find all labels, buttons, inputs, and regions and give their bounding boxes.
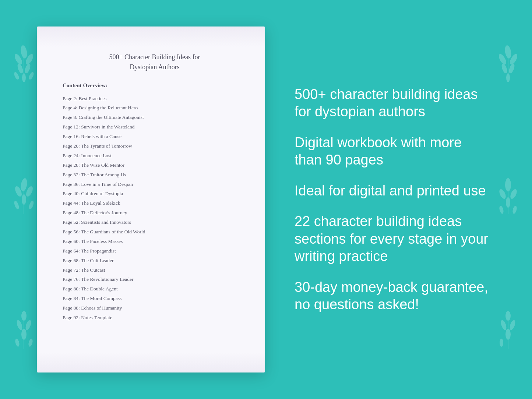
svg-point-18	[25, 319, 32, 331]
svg-point-35	[512, 205, 517, 214]
toc-list-item: Page 56: The Guardians of the Old World	[63, 227, 247, 237]
svg-point-8	[28, 71, 35, 80]
svg-point-20	[14, 338, 20, 347]
svg-point-13	[13, 200, 20, 210]
toc-list-item: Page 36: Love in a Time of Despair	[63, 180, 247, 189]
toc-list-item: Page 44: The Loyal Sidekick	[63, 199, 247, 208]
svg-point-39	[509, 319, 517, 331]
svg-point-26	[501, 63, 508, 74]
toc-list-item: Page 88: Echoes of Humanity	[63, 304, 247, 313]
svg-point-21	[28, 338, 33, 347]
svg-point-7	[13, 71, 20, 80]
svg-point-14	[28, 200, 35, 210]
info-point: 500+ character building ideas for dystop…	[295, 86, 492, 121]
toc-list-item: Page 72: The Outcast	[63, 265, 247, 275]
book-panel: 500+ Character Building Ideas for Dystop…	[37, 27, 265, 372]
svg-point-17	[16, 319, 24, 331]
toc-list-item: Page 12: Survivors in the Wasteland	[63, 123, 247, 132]
info-panel: 500+ character building ideas for dystop…	[265, 78, 510, 321]
toc-list-item: Page 76: The Revolutionary Leader	[63, 275, 247, 285]
toc-list-item: Page 24: Innocence Lost	[63, 151, 247, 160]
toc-heading: Content Overview:	[63, 82, 247, 89]
svg-point-31	[498, 188, 507, 200]
right-floral-decoration	[486, 0, 530, 399]
toc-list-item: Page 20: The Tyrants of Tomorrow	[63, 141, 247, 151]
svg-point-27	[508, 63, 516, 74]
toc-list-item: Page 40: Children of Dystopia	[63, 189, 247, 199]
toc-list-item: Page 32: The Traitor Among Us	[63, 170, 247, 180]
svg-point-34	[498, 205, 504, 214]
toc-list-item: Page 60: The Faceless Masses	[63, 237, 247, 246]
toc-list-item: Page 92: Notes Template	[63, 313, 247, 322]
toc-list-item: Page 48: The Defector's Journey	[63, 208, 247, 218]
toc-list-item: Page 80: The Double Agent	[63, 285, 247, 294]
book-title: 500+ Character Building Ideas for Dystop…	[63, 49, 247, 72]
table-of-contents: Page 2: Best PracticesPage 4: Designing …	[63, 94, 247, 322]
toc-list-item: Page 4: Designing the Reluctant Hero	[63, 103, 247, 113]
info-point: Ideal for digital and printed use	[295, 182, 492, 200]
toc-list-item: Page 8: Crafting the Ultimate Antagonist	[63, 113, 247, 123]
svg-point-41	[500, 339, 503, 347]
svg-point-3	[17, 63, 24, 74]
toc-list-item: Page 28: The Wise Old Mentor	[63, 160, 247, 170]
toc-list-item: Page 64: The Propagandist	[63, 246, 247, 256]
toc-list-item: Page 52: Scientists and Innovators	[63, 218, 247, 227]
info-point: Digital workbook with more than 90 pages	[295, 134, 492, 169]
toc-list-item: Page 84: The Moral Compass	[63, 294, 247, 304]
svg-point-4	[24, 63, 32, 74]
info-point: 30-day money-back guarantee, no question…	[295, 279, 492, 314]
info-point: 22 character building ideas sections for…	[295, 213, 492, 265]
toc-list-item: Page 2: Best Practices	[63, 94, 247, 103]
svg-point-32	[509, 188, 518, 200]
toc-list-item: Page 68: The Cult Leader	[63, 256, 247, 265]
toc-list-item: Page 16: Rebels with a Cause	[63, 132, 247, 142]
svg-point-38	[500, 319, 508, 331]
